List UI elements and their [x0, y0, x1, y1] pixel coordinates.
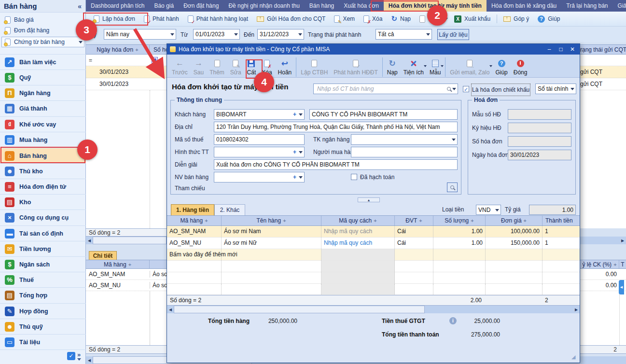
- tax-code-input[interactable]: [214, 134, 305, 145]
- chevron-down-icon[interactable]: [297, 147, 304, 157]
- filter-operator[interactable]: =: [86, 57, 150, 64]
- sidebar-item-quy[interactable]: $Quỹ: [0, 70, 86, 85]
- customer-name-input[interactable]: [309, 109, 458, 120]
- tab-hang-tien[interactable]: 1. Hàng tiền: [171, 204, 214, 215]
- scroll-right-icon[interactable]: ▶: [573, 306, 580, 313]
- grid-filter-row[interactable]: [580, 55, 626, 66]
- chevron-down-icon[interactable]: [297, 172, 304, 182]
- chevron-down-icon[interactable]: [441, 65, 444, 69]
- column-header-spec-code[interactable]: Mã quy cách+: [321, 216, 395, 225]
- grid-filter-row[interactable]: =: [86, 55, 167, 66]
- tab-xuat-hoa-don[interactable]: Xuất hóa đơn: [339, 0, 384, 12]
- undo-button[interactable]: ↩Hoãn: [275, 57, 295, 77]
- horizontal-scrollbar[interactable]: ▶: [580, 237, 626, 244]
- feedback-button[interactable]: Góp ý: [500, 14, 533, 24]
- period-combo[interactable]: Năm nay: [104, 29, 176, 40]
- tab-chi-tiet[interactable]: Chi tiết: [89, 251, 117, 260]
- minimize-button[interactable]: –: [545, 46, 554, 53]
- sidebar-item-kho[interactable]: ▤Kho: [0, 194, 86, 210]
- column-header-send-status[interactable]: rạng thái gửi CQT: [580, 44, 626, 55]
- sidebar-item-chung-tu-ban-hang[interactable]: Chứng từ bán hàng: [1, 37, 84, 47]
- help-button[interactable]: ?Giúp: [534, 14, 564, 24]
- publish-status-combo[interactable]: Tất cả: [376, 29, 432, 40]
- sidebar-item-cong-cu-dung-cu[interactable]: ×Công cụ dụng cụ: [0, 210, 86, 225]
- chevron-down-icon[interactable]: [169, 29, 176, 39]
- chevron-down-icon[interactable]: [569, 84, 576, 94]
- detail-row-discount[interactable]: 0.00: [580, 269, 626, 280]
- sidebar-item-ban-lam-viec[interactable]: ↗Bàn làm việc: [0, 54, 86, 70]
- export-button[interactable]: XXuất khẩu: [450, 14, 494, 24]
- tab-khac[interactable]: 2. Khác: [214, 204, 245, 215]
- search-icon[interactable]: [447, 87, 451, 91]
- add-item-row[interactable]: Bấm vào đây để thêm mới: [167, 249, 580, 261]
- column-header-t[interactable]: T: [619, 260, 626, 268]
- publish-button[interactable]: ✓Phát hành: [140, 14, 183, 24]
- refresh-button[interactable]: ↻Nạp: [387, 13, 415, 25]
- send-email-zalo-button[interactable]: →Gửi email, Zalo: [447, 57, 492, 77]
- item-row[interactable]: AO_SM_NU Áo sơ mi Nữ Nhập mã quy cách Cá…: [167, 238, 580, 249]
- tab-don-dat-hang[interactable]: Đơn đặt hàng: [179, 0, 223, 12]
- posted-checkbox[interactable]: [351, 174, 357, 180]
- currency-combo[interactable]: VND: [476, 205, 501, 215]
- publish-batch-button[interactable]: ✓Phát hành hàng loạt: [184, 14, 252, 24]
- chevron-down-icon[interactable]: [451, 84, 458, 94]
- chevron-down-icon[interactable]: [425, 29, 431, 39]
- scroll-left-icon[interactable]: ◀: [167, 306, 174, 313]
- scroll-left-icon[interactable]: ◀: [86, 237, 93, 244]
- sidebar-item-ngan-hang[interactable]: ΠNgân hàng: [0, 85, 86, 100]
- utilities-button[interactable]: Tiện ích: [401, 57, 427, 77]
- sidebar-item-tong-hop[interactable]: ▤Tổng hợp: [0, 287, 86, 303]
- add-icon[interactable]: +: [293, 149, 296, 155]
- invoice-row-status[interactable]: gửi CQT: [580, 78, 626, 90]
- create-sales-voucher-button[interactable]: Lập CTBH: [298, 57, 331, 77]
- sidebar-item-hoa-don-dien-tu[interactable]: ≡Hóa đơn điện tử: [0, 179, 86, 194]
- next-button[interactable]: →Sau: [191, 57, 207, 77]
- sidebar-item-don-dat-hang[interactable]: Đơn đặt hàng: [0, 25, 86, 36]
- invoice-row[interactable]: 30/01/2023: [86, 66, 167, 78]
- column-header-item-name[interactable]: Tên hàng+: [222, 216, 321, 225]
- detail-row[interactable]: AO_SM_NU Áo sơ mi N: [86, 280, 167, 291]
- save-button[interactable]: Cất: [244, 57, 259, 77]
- sidebar-item-tien-luong[interactable]: ✉Tiền lương: [0, 241, 86, 256]
- chevron-down-icon[interactable]: [233, 29, 239, 39]
- column-header-amount[interactable]: Thành tiền: [543, 216, 580, 225]
- collapse-sidebar-icon[interactable]: «: [78, 2, 82, 10]
- invoice-row[interactable]: 30/01/2023: [86, 78, 167, 90]
- invoice-row-status[interactable]: gửi CQT: [580, 66, 626, 78]
- load-data-button[interactable]: Lấy dữ liệu: [437, 29, 469, 40]
- column-header-quantity[interactable]: Số lượng+: [433, 216, 486, 225]
- reference-zoom-button[interactable]: [447, 182, 458, 192]
- column-header-invoice-date[interactable]: Ngày hóa đơn+: [86, 45, 150, 54]
- sidebar-item-tai-san-co-dinh[interactable]: ▬Tài sản cố định: [0, 225, 86, 241]
- discount-invoice-label[interactable]: Là hóa đơn chiết khấu: [472, 84, 529, 95]
- close-dialog-button[interactable]: Đóng: [511, 57, 530, 77]
- add-button[interactable]: Thêm: [207, 57, 227, 77]
- chevron-down-icon[interactable]: [297, 110, 304, 119]
- chevron-down-icon[interactable]: [297, 29, 304, 39]
- column-header-invoice-no[interactable]: Số hó: [150, 45, 167, 54]
- resize-grip[interactable]: ◢: [571, 354, 575, 360]
- sidebar-item-ban-hang[interactable]: ⌂Bán hàng: [0, 148, 86, 163]
- scroll-right-icon[interactable]: ▶: [619, 237, 626, 244]
- scroll-left-button[interactable]: ◀: [619, 280, 624, 294]
- voucher-search-box[interactable]: [313, 84, 458, 94]
- scroll-left-icon[interactable]: ◀: [86, 356, 93, 364]
- sidebar-item-ngan-sach[interactable]: $Ngân sách: [0, 256, 86, 272]
- horizontal-scrollbar[interactable]: ◀: [86, 237, 167, 244]
- close-button[interactable]: ✕: [568, 46, 577, 53]
- items-grid-scrollbar[interactable]: ◀ ▶: [167, 306, 580, 313]
- from-date-combo[interactable]: 01/01/2023: [193, 29, 240, 40]
- tab-de-nghi-ghi-nhan-doanh-thu[interactable]: Đề nghị ghi nhận doanh thu: [223, 0, 304, 12]
- view-button[interactable]: ✎Xem: [330, 14, 359, 24]
- sidebar-item-thu-quy[interactable]: ☻Thủ quỹ: [0, 319, 86, 334]
- tab-giam-gia-hang-ban[interactable]: Giảm giá hàng b: [613, 0, 626, 12]
- tab-hoa-don-ban-le-xang-dau[interactable]: Hóa đơn bán lẻ xăng dầu: [487, 0, 561, 12]
- sidebar-item-bao-gia[interactable]: Báo giá: [0, 14, 86, 25]
- bank-account-combo[interactable]: [351, 134, 458, 145]
- template-button[interactable]: Mẫu: [427, 57, 444, 77]
- detail-row[interactable]: AO_SM_NAM Áo sơ mi N: [86, 269, 167, 280]
- add-icon[interactable]: +: [293, 174, 296, 181]
- delete-button[interactable]: ✗Xóa: [360, 14, 386, 24]
- tab-ban-hang[interactable]: Bán hàng: [305, 0, 339, 12]
- help-button[interactable]: ?Giúp: [492, 57, 510, 77]
